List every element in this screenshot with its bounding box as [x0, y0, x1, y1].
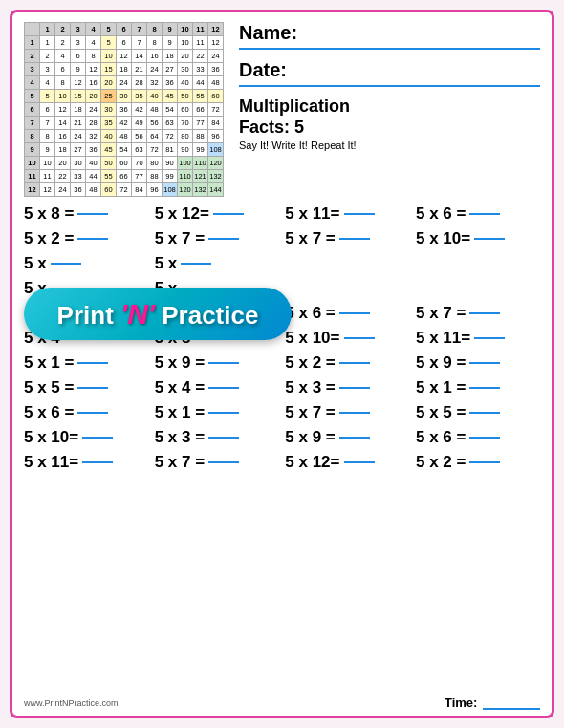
table-cell: 8 [25, 130, 40, 143]
problem-text: 5 x 6 = [416, 204, 466, 224]
problem-item: 5 x [155, 254, 279, 273]
answer-line[interactable] [77, 362, 108, 364]
answer-line[interactable] [469, 312, 500, 314]
table-cell: 25 [101, 90, 117, 103]
table-cell: 100 [178, 157, 193, 170]
facts-number: Facts: 5 [239, 118, 540, 139]
problem-item: 5 x 1 = [155, 403, 279, 422]
answer-line[interactable] [339, 437, 370, 439]
problem-item: 5 x 12= [285, 453, 409, 472]
table-cell: 32 [86, 130, 101, 143]
table-cell: 28 [86, 117, 101, 130]
table-cell: 1 [40, 36, 55, 50]
table-cell: 9 [163, 36, 178, 50]
table-cell: 66 [193, 103, 208, 117]
table-cell: 24 [117, 76, 132, 90]
answer-line[interactable] [339, 312, 370, 314]
problem-item: 5 x 12= [155, 204, 279, 224]
answer-line[interactable] [339, 238, 370, 240]
answer-line[interactable] [208, 437, 239, 439]
answer-line[interactable] [77, 213, 108, 215]
table-cell: 40 [86, 157, 101, 170]
table-cell: 7 [40, 117, 55, 130]
answer-line[interactable] [77, 238, 108, 240]
logo-banner[interactable]: Print 'N' Practice [24, 288, 292, 340]
table-cell: 50 [101, 157, 117, 170]
answer-line[interactable] [208, 412, 239, 414]
problem-item: 5 x 6 = [416, 204, 540, 224]
table-cell: 4 [86, 23, 101, 36]
problem-text: 5 x 11= [24, 453, 78, 472]
answer-line[interactable] [208, 362, 239, 364]
table-cell: 80 [147, 157, 163, 170]
answer-line[interactable] [469, 213, 500, 215]
answer-line[interactable] [469, 461, 500, 463]
table-cell: 5 [101, 23, 117, 36]
answer-line[interactable] [469, 437, 500, 439]
answer-line[interactable] [82, 461, 113, 463]
answer-line[interactable] [474, 238, 505, 240]
worksheet-page: 1234567891011121123456789101112224681012… [10, 10, 554, 718]
answer-line[interactable] [339, 412, 370, 414]
answer-line[interactable] [208, 461, 239, 463]
table-cell: 22 [193, 50, 208, 63]
table-cell: 9 [163, 23, 178, 36]
problem-item: 5 x 7 = [285, 403, 409, 422]
answer-line[interactable] [469, 412, 500, 414]
answer-line[interactable] [474, 337, 505, 339]
problem-row: 5 x 6 =5 x 1 =5 x 7 =5 x 5 = [24, 403, 540, 422]
table-cell: 56 [132, 130, 147, 143]
table-cell: 12 [25, 183, 40, 197]
table-cell: 4 [55, 50, 71, 63]
table-cell: 55 [193, 90, 208, 103]
problem-text: 5 x 6 = [285, 304, 335, 323]
table-cell: 20 [178, 50, 193, 63]
problem-text: 5 x [155, 254, 178, 273]
table-cell: 24 [86, 103, 101, 117]
answer-line[interactable] [51, 263, 81, 265]
problem-item: 5 x 2 = [285, 353, 409, 373]
answer-line[interactable] [208, 387, 239, 389]
answer-line[interactable] [82, 437, 113, 439]
table-cell: 16 [147, 50, 163, 63]
problem-item: 5 x 9 = [155, 353, 279, 373]
table-cell: 36 [86, 143, 101, 157]
table-cell: 10 [178, 36, 193, 50]
table-cell: 60 [101, 183, 117, 197]
problem-item: 5 x 1 = [24, 353, 148, 373]
table-cell: 56 [147, 117, 163, 130]
answer-line[interactable] [339, 362, 370, 364]
answer-line[interactable] [213, 213, 244, 215]
answer-line[interactable] [77, 387, 108, 389]
table-cell: 60 [117, 157, 132, 170]
problem-text: 5 x 10= [24, 428, 78, 447]
answer-line[interactable] [344, 337, 375, 339]
problem-item: 5 x 9 = [285, 428, 409, 447]
table-cell: 12 [71, 76, 86, 90]
table-cell: 90 [163, 157, 178, 170]
table-cell: 3 [40, 63, 55, 76]
table-cell: 16 [86, 76, 101, 90]
problem-item: 5 x 7 = [155, 229, 279, 248]
table-cell: 40 [178, 76, 193, 90]
table-cell: 3 [25, 63, 40, 76]
answer-line[interactable] [339, 387, 370, 389]
answer-line[interactable] [77, 412, 108, 414]
table-cell: 42 [117, 117, 132, 130]
answer-line[interactable] [181, 263, 211, 265]
problem-item: 5 x 4 = [155, 378, 279, 397]
table-cell: 120 [208, 157, 224, 170]
table-cell: 9 [25, 143, 40, 157]
answer-line[interactable] [469, 387, 500, 389]
problem-item: 5 x 2 = [416, 453, 540, 472]
answer-line[interactable] [344, 461, 375, 463]
table-cell: 11 [25, 170, 40, 183]
table-cell: 9 [40, 143, 55, 157]
table-cell: 33 [71, 170, 86, 183]
answer-line[interactable] [469, 362, 500, 364]
answer-line[interactable] [344, 213, 375, 215]
problem-item: 5 x 6 = [24, 403, 148, 422]
table-cell: 12 [208, 23, 224, 36]
answer-line[interactable] [208, 238, 239, 240]
table-cell: 24 [55, 183, 71, 197]
